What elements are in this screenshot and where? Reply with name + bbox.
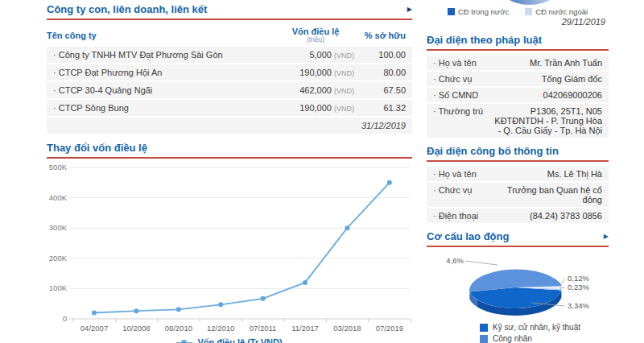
shareholder-pie-cropped [496, 0, 564, 5]
svg-text:11/2017: 11/2017 [291, 324, 319, 333]
legend-swatch-foreign-icon [525, 8, 532, 15]
shareholder-as-of-date: 29/11/2019 [427, 17, 609, 27]
info-row: Điện thoại (84.24) 3783 0856 [427, 209, 609, 223]
legend-item[interactable]: Công nhân [480, 334, 609, 343]
shareholder-legend: CĐ trong nước CĐ nước ngoài [427, 7, 609, 16]
legend-swatch-domestic-icon [448, 8, 455, 15]
info-row: Thường trú P1306, 25T1, N05 KĐTĐNTDH - P… [427, 104, 609, 138]
subsidiaries-table-header: Tên công ty Vốn điều lệ (triệu) % sở hữu [47, 25, 412, 47]
capital-chart-legend[interactable]: Vốn điều lệ (Tr.VND) [47, 337, 412, 343]
legal-rep-title: Đại diện theo pháp luật [427, 34, 542, 46]
capital-chart-legend-label: Vốn điều lệ (Tr.VND) [197, 337, 282, 343]
info-row: Chức vụ Tổng Giám đốc [427, 72, 609, 86]
svg-text:300K: 300K [49, 224, 68, 233]
section-divider [427, 49, 609, 51]
legal-rep-section: Đại diện theo pháp luật Họ và tên Mr. Tr… [427, 32, 609, 138]
subsidiaries-title: Công ty con, liên doanh, liên kết [47, 3, 207, 15]
svg-text:07/2011: 07/2011 [250, 324, 277, 333]
svg-text:12/2010: 12/2010 [207, 324, 234, 333]
table-row[interactable]: CTCP Sông Bung 190,000 (VND) 61.32 [47, 100, 412, 116]
subsidiaries-section-header: Công ty con, liên doanh, liên kết ▶ [47, 2, 412, 19]
pie-callout: 0,23% [568, 283, 589, 291]
section-divider [47, 19, 412, 20]
legend-swatch-icon [480, 324, 488, 332]
section-divider [47, 157, 412, 159]
col-charter-capital-unit: (triệu) [270, 36, 361, 43]
svg-text:04/2007: 04/2007 [80, 324, 108, 333]
info-row: Họ và tên Mr. Trần Anh Tuấn [427, 56, 609, 70]
pie-callout: 0,12% [568, 274, 589, 283]
callout-line [465, 261, 497, 265]
legend-item-foreign[interactable]: CĐ nước ngoài [525, 7, 588, 16]
info-row: Số CMND 042069000206 [427, 88, 609, 102]
labor-title: Cơ cấu lao động [427, 230, 509, 242]
legend-item[interactable]: Kỹ sư, cử nhân, kỹ thuật [480, 323, 609, 332]
svg-text:500K: 500K [49, 163, 68, 172]
labor-section: Cơ cấu lao động ▶ 4,6% 0,12% [427, 229, 609, 343]
svg-text:08/2010: 08/2010 [165, 324, 192, 333]
svg-text:03/2018: 03/2018 [333, 324, 361, 333]
pie-callout: 3,34% [568, 301, 589, 310]
table-row[interactable]: Công ty TNHH MTV Đạt Phương Sài Gòn 5,00… [47, 47, 412, 63]
disclosure-rep-section: Đại diện công bố thông tin Họ và tên Ms.… [427, 143, 609, 223]
svg-text:400K: 400K [49, 193, 68, 202]
capital-line-chart: 0100K200K300K400K500K04/200710/200808/20… [47, 163, 412, 334]
capital-chart-wrap: 0100K200K300K400K500K04/200710/200808/20… [47, 163, 412, 343]
legend-swatch-icon [480, 335, 488, 343]
svg-text:07/2019: 07/2019 [376, 324, 403, 333]
svg-text:100K: 100K [49, 284, 68, 293]
section-divider [427, 246, 609, 247]
info-row: Họ và tên Ms. Lê Thị Hà [427, 167, 609, 181]
capital-section-header: Thay đổi vốn điều lệ [47, 140, 412, 157]
left-column: Công ty con, liên doanh, liên kết ▶ Tên … [47, 2, 412, 343]
callout-line [560, 279, 565, 285]
company-profile-page: Công ty con, liên doanh, liên kết ▶ Tên … [0, 0, 644, 343]
table-row[interactable]: CTCP Đạt Phương Hội An 190,000 (VND) 80.… [47, 64, 412, 81]
svg-text:10/2008: 10/2008 [122, 324, 150, 333]
right-column: CĐ trong nước CĐ nước ngoài 29/11/2019 Đ… [427, 0, 609, 343]
labor-pie-chart: 4,6% 0,12% 0,23% 3,34% [427, 252, 609, 318]
subsidiaries-as-of-date: 31/12/2019 [47, 118, 412, 134]
legend-item-domestic[interactable]: CĐ trong nước [448, 7, 509, 16]
disclosure-rep-title: Đại diện công bố thông tin [427, 145, 559, 157]
chevron-right-icon[interactable]: ▶ [407, 6, 412, 13]
line-series-marker-icon [176, 340, 192, 343]
col-ownership-pct: % sở hữu [361, 31, 412, 40]
chevron-right-icon[interactable]: ▶ [604, 233, 609, 240]
table-row[interactable]: CTCP 30-4 Quảng Ngãi 462,000 (VND) 67.50 [47, 82, 412, 98]
info-row: Chức vụ Trưởng ban Quan hệ cổ đông [427, 183, 609, 207]
svg-text:0: 0 [63, 314, 67, 323]
capital-chart-title: Thay đổi vốn điều lệ [47, 142, 147, 154]
section-divider [427, 160, 609, 162]
pie-callout: 4,6% [446, 256, 464, 265]
svg-text:200K: 200K [49, 254, 68, 262]
col-company-name: Tên công ty [47, 31, 270, 40]
labor-legend: Kỹ sư, cử nhân, kỹ thuật Công nhân Thạc … [480, 323, 609, 343]
col-charter-capital: Vốn điều lệ (triệu) [270, 27, 361, 43]
